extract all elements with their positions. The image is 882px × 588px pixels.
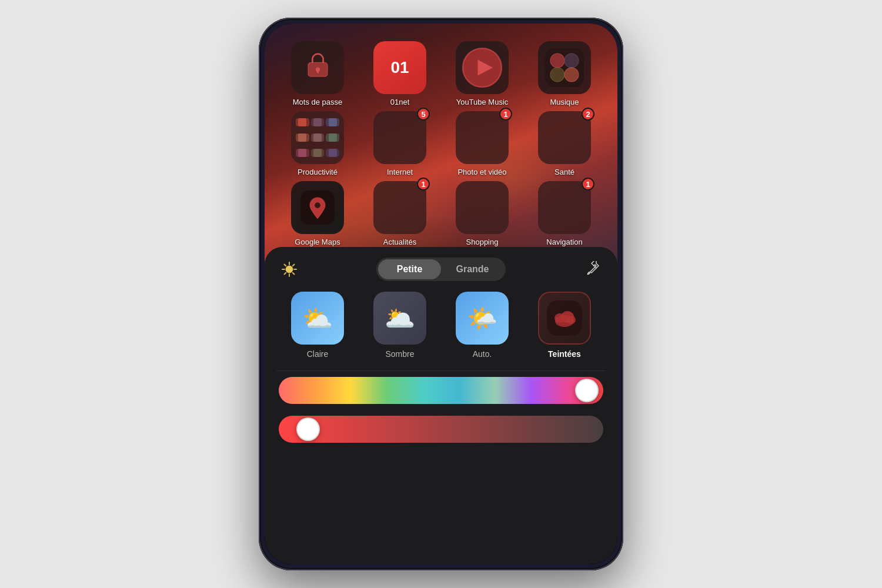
svg-rect-10: [298, 118, 306, 126]
svg-rect-2: [316, 69, 319, 73]
eyedropper-icon[interactable]: [582, 259, 603, 280]
app-row-3: Google Maps 1: [276, 181, 606, 246]
app-label-productivite: Productivité: [298, 168, 338, 176]
app-sante[interactable]: 2 Santé: [526, 111, 603, 176]
svg-point-21: [286, 266, 293, 273]
svg-rect-5: [545, 48, 584, 87]
saturation-slider-wrap: [279, 416, 603, 443]
badge-sante: 2: [582, 108, 594, 121]
app-label-photo-video: Photo et vidéo: [457, 168, 506, 176]
saturation-slider[interactable]: [279, 416, 603, 443]
app-photo-video[interactable]: 1 Photo et vidéo: [444, 111, 520, 176]
svg-line-26: [285, 265, 286, 266]
theme-teintees[interactable]: Teintées: [532, 292, 597, 359]
svg-line-28: [293, 265, 295, 266]
app-label-sante: Santé: [554, 168, 574, 176]
app-label-01net: 01net: [390, 98, 410, 106]
badge-actualites: 1: [417, 178, 430, 191]
svg-point-20: [315, 202, 320, 208]
app-internet[interactable]: 5 Internet: [362, 111, 438, 176]
hue-slider-thumb[interactable]: [575, 379, 599, 402]
app-youtube-music[interactable]: YouTube Music: [444, 41, 520, 106]
app-label-musique: Musique: [550, 98, 579, 106]
01net-logo-text: 01: [390, 58, 409, 77]
svg-point-7: [564, 54, 579, 68]
theme-auto-label: Auto.: [473, 349, 492, 359]
svg-line-29: [285, 273, 286, 275]
app-label-shopping: Shopping: [466, 238, 499, 246]
theme-teintees-label: Teintées: [548, 349, 581, 359]
svg-line-27: [293, 273, 295, 275]
svg-rect-13: [298, 133, 306, 142]
svg-point-6: [550, 54, 564, 68]
app-row-2: Productivité 5: [276, 111, 606, 176]
app-mots-de-passe[interactable]: Mots de passe: [279, 41, 356, 106]
hue-slider-wrap: [279, 377, 603, 404]
app-musique[interactable]: Musique: [526, 41, 603, 106]
app-label-ytmusic: YouTube Music: [456, 98, 509, 106]
app-grid: Mots de passe 01 01net: [265, 24, 617, 257]
size-petite-btn[interactable]: Petite: [378, 259, 441, 279]
theme-auto[interactable]: 🌤️ Auto.: [450, 292, 514, 359]
theme-sombre[interactable]: 🌥️ Sombre: [368, 292, 432, 359]
brightness-icon: [279, 259, 300, 280]
svg-rect-11: [313, 118, 322, 126]
svg-point-8: [550, 68, 564, 82]
app-label-navigation: Navigation: [546, 238, 582, 246]
app-01net[interactable]: 01 01net: [362, 41, 438, 106]
svg-rect-14: [313, 133, 322, 142]
app-productivite[interactable]: Productivité: [279, 111, 356, 176]
theme-claire[interactable]: ⛅ Claire: [285, 292, 350, 359]
app-navigation[interactable]: 1 Navigation: [526, 181, 603, 246]
theme-claire-label: Claire: [307, 349, 329, 359]
badge-photo: 1: [499, 108, 512, 121]
badge-internet: 5: [417, 108, 430, 121]
bottom-panel: Petite Grande ⛅: [265, 247, 617, 564]
size-toggle-group: Petite Grande: [376, 258, 506, 281]
badge-navigation: 1: [582, 178, 594, 191]
phone-screen: Mots de passe 01 01net: [265, 24, 617, 564]
size-toggle-row: Petite Grande: [265, 247, 617, 292]
phone-frame: Mots de passe 01 01net: [259, 18, 623, 570]
theme-sombre-label: Sombre: [385, 349, 414, 359]
saturation-slider-thumb[interactable]: [296, 417, 320, 441]
app-shopping[interactable]: Shopping: [444, 181, 520, 246]
svg-rect-16: [298, 149, 306, 157]
color-sliders: [265, 371, 617, 460]
svg-rect-18: [329, 149, 337, 157]
app-label-internet: Internet: [387, 168, 413, 176]
svg-rect-12: [329, 118, 337, 126]
theme-options: ⛅ Claire 🌥️ Sombre 🌤️ Auto.: [265, 292, 617, 370]
size-grande-btn[interactable]: Grande: [441, 259, 504, 279]
app-label-actualites: Actualités: [383, 238, 416, 246]
svg-rect-15: [329, 133, 337, 142]
app-row-1: Mots de passe 01 01net: [276, 41, 606, 106]
svg-rect-17: [313, 149, 322, 157]
svg-point-34: [567, 316, 576, 324]
app-actualites[interactable]: 1 Actualités: [362, 181, 438, 246]
app-label-passwords: Mots de passe: [293, 98, 343, 106]
hue-slider[interactable]: [279, 377, 603, 404]
app-label-maps: Google Maps: [295, 238, 340, 246]
app-google-maps[interactable]: Google Maps: [279, 181, 356, 246]
svg-point-9: [564, 68, 579, 82]
